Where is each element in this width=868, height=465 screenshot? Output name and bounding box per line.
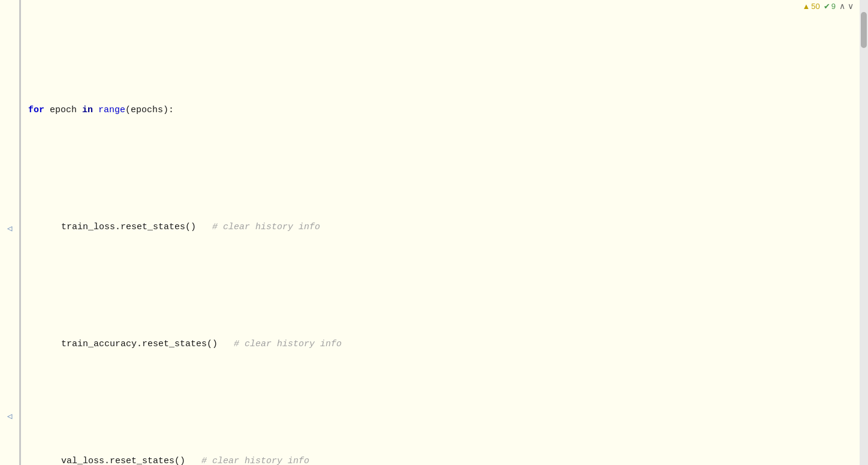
bookmark-icon-1: ◁ xyxy=(7,223,12,233)
nav-up-arrow[interactable]: ∧ xyxy=(839,1,845,11)
table-row: for epoch in range(epochs): xyxy=(26,98,868,122)
code-content: for epoch in range(epochs): train_loss.r… xyxy=(21,0,868,465)
table-row: train_loss.reset_states() # clear histor… xyxy=(26,215,868,239)
ok-badge: ✔ 9 xyxy=(824,2,836,11)
table-row: val_loss.reset_states() # clear history … xyxy=(26,449,868,465)
bookmark-icon-2: ◁ xyxy=(7,411,12,421)
nav-arrows: ∧ ∨ xyxy=(839,1,854,11)
table-row: train_accuracy.reset_states() # clear hi… xyxy=(26,332,868,356)
keyword-for: for xyxy=(28,98,44,122)
editor-container: ◁ ◁ ▲ 50 ✔ 9 ∧ ∨ for epoch in range(epoc xyxy=(0,0,868,465)
warning-count: 50 xyxy=(811,2,819,11)
warning-icon: ▲ xyxy=(802,2,810,11)
scrollbar[interactable] xyxy=(860,0,868,465)
top-bar: ▲ 50 ✔ 9 ∧ ∨ xyxy=(800,0,856,12)
nav-down-arrow[interactable]: ∨ xyxy=(848,1,854,11)
gutter: ◁ ◁ xyxy=(0,0,19,465)
ok-icon: ✔ xyxy=(824,2,830,11)
warning-badge: ▲ 50 xyxy=(802,2,819,11)
scrollbar-track[interactable] xyxy=(860,0,868,465)
scrollbar-thumb[interactable] xyxy=(861,12,867,48)
code-area: ▲ 50 ✔ 9 ∧ ∨ for epoch in range(epochs):… xyxy=(21,0,868,465)
ok-count: 9 xyxy=(831,2,836,11)
